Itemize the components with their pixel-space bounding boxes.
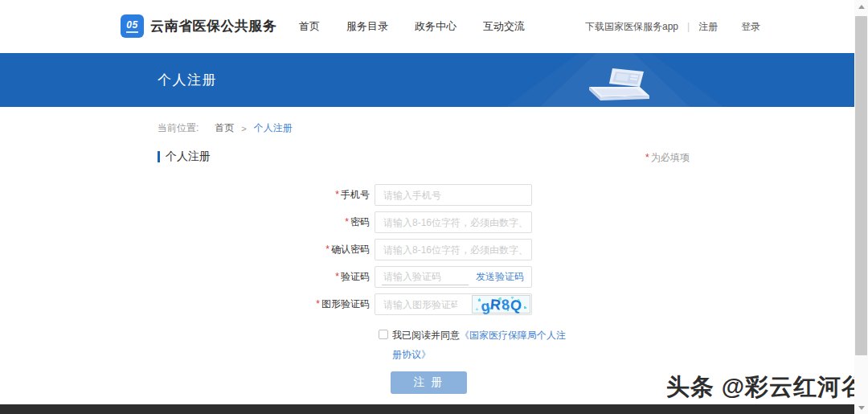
nav-home[interactable]: 首页: [299, 19, 320, 34]
scrollbar-down-arrow[interactable]: [854, 401, 868, 414]
header-divider: |: [687, 21, 690, 32]
header-right: 下载国家医保服务app | 注册 登录: [585, 0, 760, 53]
required-star: *: [335, 189, 339, 200]
agreement-checkbox[interactable]: [379, 330, 388, 339]
title-accent-bar: [158, 151, 160, 162]
header: 05 云南省医保公共服务 首页 服务目录 政务中心 互动交流 下载国家医保服务a…: [0, 0, 854, 53]
sms-code-input[interactable]: [382, 268, 469, 285]
phone-input[interactable]: [375, 185, 531, 205]
required-star: *: [335, 271, 339, 282]
nav-government-center[interactable]: 政务中心: [415, 19, 457, 34]
agreement-row: 我已阅读并同意《国家医疗保障局个人注册协议》: [0, 326, 854, 364]
download-app-link[interactable]: 下载国家医保服务app: [585, 20, 678, 34]
confirm-password-label: *确认密码: [238, 243, 375, 256]
login-link[interactable]: 登录: [741, 20, 760, 34]
site-title: 云南省医保公共服务: [150, 17, 277, 35]
form-row-password: *密码: [0, 211, 854, 233]
captcha-label: *图形验证码: [238, 297, 375, 311]
medical-insurance-logo-icon: 05: [121, 14, 144, 38]
send-code-button[interactable]: 发送验证码: [476, 270, 524, 284]
watermark: 头条 @彩云红河谷: [666, 371, 866, 404]
captcha-input-box: gR8Q: [375, 293, 532, 315]
captcha-image[interactable]: gR8Q: [472, 295, 530, 314]
phone-input-box: [375, 184, 532, 206]
logo-text: 05: [126, 20, 137, 30]
breadcrumb-label: 当前位置:: [158, 121, 199, 135]
confirm-password-input-box: [375, 239, 532, 260]
brand[interactable]: 05 云南省医保公共服务: [121, 14, 277, 38]
up-triangle-icon: [858, 5, 865, 9]
required-star: *: [326, 244, 330, 255]
sms-code-label: *验证码: [238, 270, 375, 284]
scrollbar-up-arrow[interactable]: [854, 0, 868, 13]
register-button[interactable]: 注 册: [391, 371, 467, 394]
nav-interaction[interactable]: 互动交流: [483, 19, 525, 34]
section-title: 个人注册: [158, 150, 211, 164]
breadcrumb-home[interactable]: 首页: [215, 121, 234, 135]
page-banner: 个人注册: [0, 53, 854, 107]
required-star: *: [645, 152, 649, 163]
required-star: *: [316, 298, 320, 309]
form-row-confirm-password: *确认密码: [0, 239, 854, 260]
main-nav: 首页 服务目录 政务中心 互动交流: [299, 0, 525, 53]
form-row-captcha: *图形验证码 gR8Q: [0, 293, 854, 315]
register-link[interactable]: 注册: [698, 20, 718, 34]
password-input[interactable]: [375, 212, 531, 232]
bottom-bar: [0, 404, 854, 414]
sms-code-input-box: 发送验证码: [375, 266, 532, 288]
logo-bar: [126, 31, 138, 33]
form-row-sms-code: *验证码 发送验证码: [0, 266, 854, 288]
password-label: *密码: [238, 215, 375, 229]
required-note: *为必填项: [645, 151, 690, 165]
confirm-password-input[interactable]: [375, 240, 531, 260]
nav-service-catalog[interactable]: 服务目录: [346, 19, 388, 34]
phone-label: *手机号: [238, 188, 375, 202]
required-star: *: [345, 216, 349, 227]
down-triangle-icon: [858, 406, 865, 410]
captcha-input[interactable]: [375, 294, 465, 314]
laptop-illustration: [498, 53, 739, 107]
form-row-phone: *手机号: [0, 184, 854, 206]
scrollbar[interactable]: [854, 0, 868, 414]
breadcrumb: 当前位置: 首页 > 个人注册: [158, 121, 293, 135]
breadcrumb-current[interactable]: 个人注册: [254, 121, 293, 135]
scrollbar-thumb[interactable]: [855, 16, 867, 355]
breadcrumb-separator-icon: >: [241, 124, 246, 133]
page: 05 云南省医保公共服务 首页 服务目录 政务中心 互动交流 下载国家医保服务a…: [0, 0, 854, 404]
registration-form: *手机号 *密码 *确认密码 *验证码 发送验证码 *图形验证码: [0, 184, 854, 394]
password-input-box: [375, 211, 532, 233]
agreement-text: 我已阅读并同意《国家医疗保障局个人注册协议》: [392, 326, 571, 364]
banner-title: 个人注册: [158, 71, 217, 89]
section-title-text: 个人注册: [166, 150, 211, 164]
